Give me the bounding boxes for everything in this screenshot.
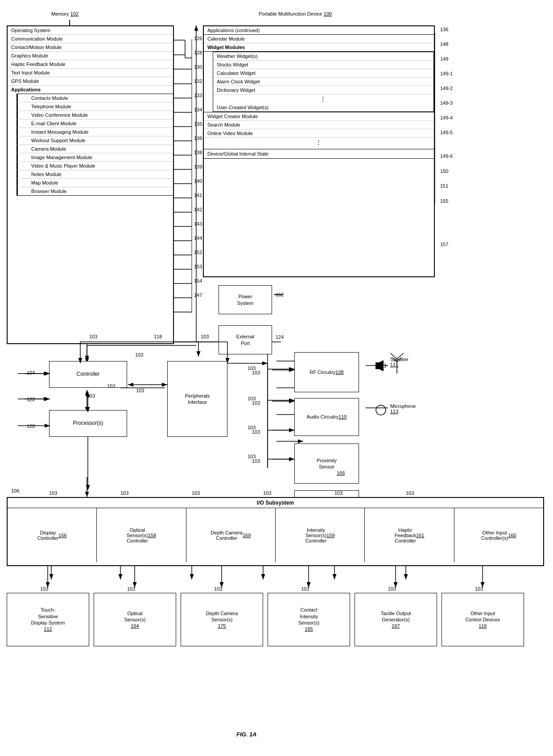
bus-103-top: 103 <box>89 334 97 339</box>
ref-103-io1: 103 <box>49 490 57 496</box>
io-controllers-row: DisplayController 156 OpticalSensor(s)Co… <box>8 508 543 562</box>
ref-135: 135 <box>194 121 202 127</box>
memory-item-contact: Contact/Motion Module <box>8 43 173 52</box>
memory-item-haptic: Haptic Feedback Module <box>8 60 173 69</box>
ref-124: 124 <box>276 334 284 340</box>
pmd-ref: 100 <box>324 11 332 16</box>
io-subsystem-box: I/O Subsystem DisplayController 156 Opti… <box>7 497 544 566</box>
optical-sensors-box: OpticalSensor(s)164 <box>94 593 176 646</box>
proximity-sensor-box: ProximitySensor <box>294 444 359 484</box>
ref-103-mid: 103 <box>107 383 115 389</box>
ref-149-2: 149-2 <box>440 86 453 91</box>
processor-box: Processor(s) <box>49 410 127 437</box>
pmd-stocks: Stocks Widget <box>213 61 433 69</box>
ref-136-pmd: 136 <box>440 27 448 32</box>
pmd-widgets-box: Weather Widget(s) Stocks Widget Calculat… <box>213 52 434 112</box>
io-ctrl-optical: OpticalSensor(s)Controller 158 <box>97 508 186 562</box>
pmd-alarm: Alarm Clock Widget <box>213 78 433 86</box>
ref-103-s2: 103 <box>127 586 135 592</box>
memory-item-gps: GPS Module <box>8 77 173 86</box>
ref-103-io6: 103 <box>406 490 414 496</box>
ref-118: 118 <box>154 334 162 339</box>
pmd-search: Search Module <box>204 121 434 129</box>
ref-144: 144 <box>194 235 202 241</box>
io-subsystem-label: I/O Subsystem <box>8 498 543 508</box>
audio-circuitry-box: Audio Circuitry110 <box>294 398 359 436</box>
memory-ref: 102 <box>70 11 78 16</box>
ref-150: 150 <box>440 168 448 174</box>
memory-item-text: Text Input Module <box>8 69 173 77</box>
ref-103-ctrl: 103 <box>136 388 144 393</box>
depth-camera-box: Depth CameraSensor(s)175 <box>181 593 263 646</box>
svg-line-105 <box>390 353 397 359</box>
rf-circuitry-box: RF Circuitry108 <box>294 352 359 392</box>
ref-133: 133 <box>194 93 202 98</box>
ref-103-periph1: 103 <box>135 352 143 357</box>
pmd-calculator: Calculator Widget <box>213 69 433 78</box>
memory-item-im: Instant Messaging Module <box>17 128 173 136</box>
speaker-icon <box>376 360 389 371</box>
memory-item-videoconf: Video Conference Module <box>17 111 173 119</box>
ref-149-5: 149-5 <box>440 130 453 135</box>
memory-item-os: Operating System <box>8 26 173 35</box>
ref-103-rf: 103 <box>252 370 260 375</box>
ref-166: 166 <box>337 470 345 476</box>
pmd-ellipsis2: ⋮ <box>204 138 434 147</box>
memory-box: Operating System Communication Module Co… <box>7 25 174 344</box>
contact-intensity-box: ContactIntensitySensor(s)165 <box>268 593 350 646</box>
ref-103-s6: 103 <box>475 586 483 592</box>
pmd-weather: Weather Widget(s) <box>213 52 433 61</box>
ref-103-s5: 103 <box>388 586 396 592</box>
ref-138: 138 <box>194 150 202 155</box>
memory-item-workout: Workout Support Module <box>17 136 173 145</box>
ref-128: 128 <box>194 50 202 55</box>
ref-149-6: 149-6 <box>440 153 453 159</box>
ref-151: 151 <box>440 183 448 189</box>
ref-122: 122 <box>27 397 35 402</box>
ref-153: 153 <box>194 264 202 269</box>
pmd-device-state: Device/Global Internal State <box>204 149 434 159</box>
memory-item-notes: Notes Module <box>17 170 173 179</box>
ref-148: 148 <box>440 41 448 47</box>
memory-item-graphics: Graphics Module <box>8 52 173 60</box>
bus-103-2: 103 <box>201 334 209 339</box>
ref-103-s1: 103 <box>40 586 48 592</box>
svg-line-106 <box>397 353 404 359</box>
ref-154: 154 <box>194 278 202 284</box>
memory-item-apps: Applications <box>8 86 173 94</box>
ref-103-io2: 103 <box>120 490 128 496</box>
ref-152: 152 <box>194 250 202 255</box>
other-input-box: Other InputControl Devices116 <box>442 593 524 646</box>
ref-103-s4: 103 <box>301 586 309 592</box>
ctrl-arrows <box>0 339 312 499</box>
ref-140: 140 <box>194 178 202 184</box>
io-ctrl-haptic: HapticFeedbackController 161 <box>365 508 454 562</box>
ref-149-1: 149-1 <box>440 71 453 76</box>
ref-120: 120 <box>27 423 35 429</box>
pmd-online-video: Online Video Module <box>204 129 434 138</box>
memory-item-camera: Camera Module <box>17 145 173 153</box>
memory-item-browser: Browser Module <box>17 187 173 196</box>
microphone-icon <box>376 405 387 416</box>
svg-marker-78 <box>376 360 384 371</box>
memory-item-videomusic: Video & Music Player Module <box>17 162 173 170</box>
pmd-widget-creator: Widget Creator Module <box>204 112 434 121</box>
ref-103-io3: 103 <box>192 490 200 496</box>
touch-display-box: Touch-SensitiveDisplay System112 <box>7 593 89 646</box>
svg-point-79 <box>376 405 386 415</box>
ref-134: 134 <box>194 107 202 112</box>
figure-label: FIG. 1A <box>236 731 257 738</box>
pmd-apps-continued: Applications (continued) <box>204 26 434 35</box>
memory-item-map: Map Module <box>17 179 173 187</box>
ref-103-io4: 103 <box>263 490 271 496</box>
ref-143: 143 <box>194 221 202 226</box>
diagram-container: Memory 102 Operating System Communicatio… <box>0 0 553 756</box>
microphone-label: Microphone113 <box>390 403 416 414</box>
ref-103-prox: 103 <box>252 429 260 435</box>
ref-147: 147 <box>194 292 202 298</box>
memory-item-contacts: Contacts Module <box>17 94 173 103</box>
power-ref-line <box>274 294 283 295</box>
ref-130: 130 <box>194 64 202 70</box>
io-ctrl-other: Other InputController(s)160 <box>454 508 543 562</box>
memory-item-imagemgmt: Image Management Module <box>17 153 173 162</box>
